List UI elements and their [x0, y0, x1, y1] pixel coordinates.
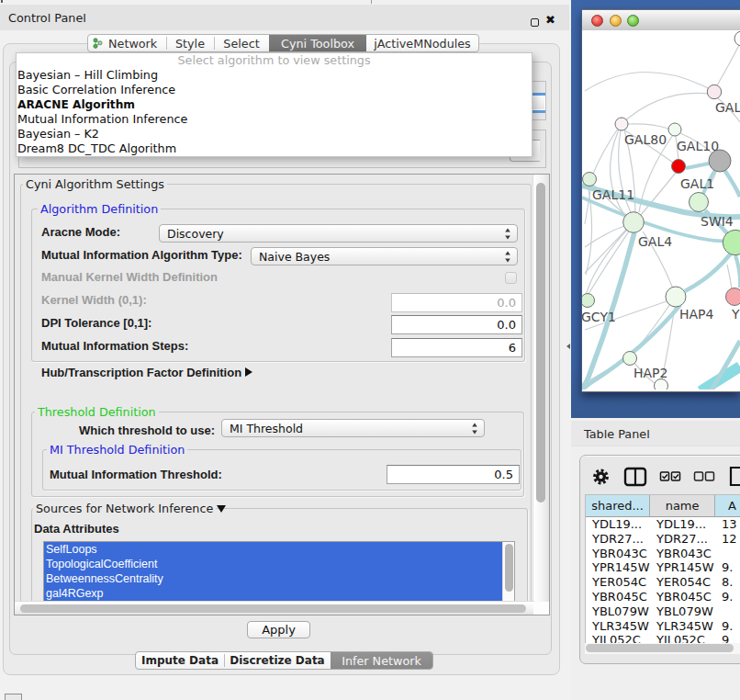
- network-edge[interactable]: [628, 124, 668, 129]
- table-hthumb[interactable]: [586, 644, 734, 652]
- splitpane-collapse-icon[interactable]: [566, 344, 570, 349]
- table-cell[interactable]: YDR27...: [650, 532, 715, 547]
- table-cell[interactable]: [715, 604, 740, 619]
- network-window-titlebar[interactable]: [582, 10, 740, 31]
- table-cell[interactable]: [715, 547, 740, 561]
- document-icon[interactable]: [731, 468, 740, 485]
- table-cell[interactable]: YBR043C: [650, 547, 715, 561]
- checked-columns-icon[interactable]: [661, 472, 680, 480]
- window-close-icon[interactable]: [591, 15, 603, 27]
- tab-discretize-data[interactable]: Discretize Data: [224, 652, 331, 669]
- attributes-list-vthumb[interactable]: [505, 544, 513, 592]
- table-cell[interactable]: YBR045C: [586, 590, 650, 604]
- dropdown-item[interactable]: ARACNE Algorithm: [17, 97, 532, 112]
- dropdown-item[interactable]: Bayesian – K2: [17, 127, 532, 141]
- network-node-gal1[interactable]: [690, 193, 709, 212]
- hidden-panel-toggle[interactable]: [5, 694, 22, 700]
- table-cell[interactable]: YPR145W: [650, 560, 715, 575]
- column-header-a[interactable]: A: [715, 495, 740, 516]
- expand-arrow-icon[interactable]: [245, 367, 252, 377]
- table-cell[interactable]: YDL19...: [586, 517, 650, 532]
- table-cell[interactable]: 9.: [715, 590, 740, 604]
- network-node[interactable]: [672, 160, 686, 174]
- table-cell[interactable]: YER054C: [650, 575, 715, 590]
- attribute-item[interactable]: TopologicalCoefficient: [44, 557, 514, 571]
- table-cell[interactable]: 9.: [715, 560, 740, 575]
- network-edge[interactable]: [727, 265, 732, 288]
- network-heavy-edge[interactable]: [724, 170, 740, 197]
- unchecked-columns-icon[interactable]: [695, 472, 714, 480]
- network-heavy-edge[interactable]: [685, 254, 731, 291]
- close-icon[interactable]: ✖: [545, 13, 558, 28]
- table-cell[interactable]: 8.: [715, 575, 740, 590]
- network-node-gal80[interactable]: [615, 118, 628, 130]
- window-minimize-icon[interactable]: [610, 15, 622, 27]
- network-node[interactable]: [734, 31, 740, 46]
- dropdown-item[interactable]: Dream8 DC_TDC Algorithm: [17, 141, 532, 156]
- network-node-gal[interactable]: [707, 85, 721, 98]
- attribute-item[interactable]: BetweennessCentrality: [44, 571, 514, 586]
- network-edge[interactable]: [593, 129, 618, 174]
- data-attributes-list[interactable]: SelfLoopsTopologicalCoefficientBetweenne…: [43, 541, 515, 602]
- table-cell[interactable]: YPR145W: [586, 560, 650, 575]
- dropdown-item[interactable]: Bayesian – Hill Climbing: [17, 68, 532, 83]
- settings-hscrollbar[interactable]: [15, 601, 534, 615]
- table-row[interactable]: YER054CYER054C8.: [586, 575, 740, 590]
- float-window-icon[interactable]: [531, 18, 539, 27]
- table-row[interactable]: YDR27...YDR27...12: [586, 532, 740, 547]
- table-cell[interactable]: YDL19...: [650, 517, 715, 532]
- attributes-list-vscrollbar[interactable]: [502, 542, 514, 601]
- table-row[interactable]: YLR345WYLR345W9.: [586, 619, 740, 634]
- dropdown-item[interactable]: Basic Correlation Inference: [17, 83, 532, 97]
- settings-hthumb[interactable]: [20, 604, 526, 613]
- network-canvas[interactable]: GALGAL80GAL10GAL1GAL11GAL4SWI4GCY1HAP4YH…: [582, 30, 740, 390]
- network-node-hap4[interactable]: [666, 287, 686, 307]
- node-table[interactable]: shared...nameA YDL19...YDL19...13YDR27..…: [585, 494, 740, 654]
- mi-type-combobox[interactable]: Naive Bayes: [251, 247, 518, 265]
- table-cell[interactable]: 12: [715, 532, 740, 547]
- network-node-hap2[interactable]: [623, 352, 637, 366]
- table-cell[interactable]: YLR345W: [586, 619, 650, 634]
- network-edge[interactable]: [717, 45, 739, 85]
- table-cell[interactable]: YER054C: [586, 575, 650, 590]
- tab-infer-network[interactable]: Infer Network: [331, 652, 432, 669]
- tab-style[interactable]: Style: [166, 35, 214, 51]
- window-zoom-icon[interactable]: [627, 15, 639, 27]
- column-header-name[interactable]: name: [650, 495, 715, 516]
- manual-kernel-checkbox[interactable]: [505, 272, 517, 284]
- dropdown-item[interactable]: Mutual Information Inference: [17, 112, 532, 127]
- network-node[interactable]: [655, 379, 668, 390]
- gear-icon[interactable]: [595, 470, 608, 483]
- table-row[interactable]: YBR045CYBR045C9.: [586, 590, 740, 604]
- network-edge[interactable]: [585, 72, 710, 91]
- tab-jactivemnodules[interactable]: jActiveMNodules: [366, 35, 478, 51]
- tab-cyni-toolbox[interactable]: Cyni Toolbox: [269, 35, 366, 51]
- network-heavy-edge[interactable]: [735, 255, 740, 288]
- table-hscrollbar[interactable]: [585, 643, 740, 654]
- network-node-gal11[interactable]: [583, 173, 597, 186]
- split-columns-icon[interactable]: [625, 469, 645, 485]
- table-row[interactable]: YPR145WYPR145W9.: [586, 560, 740, 575]
- table-cell[interactable]: YLR345W: [650, 619, 715, 634]
- network-heavy-edge[interactable]: [686, 164, 709, 168]
- settings-vthumb[interactable]: [536, 183, 545, 502]
- network-node[interactable]: [709, 150, 731, 172]
- mi-steps-field[interactable]: 6: [391, 338, 522, 357]
- collapse-arrow-icon[interactable]: [217, 505, 226, 513]
- column-header-shared[interactable]: shared...: [586, 495, 650, 516]
- table-cell[interactable]: YDR27...: [586, 532, 650, 547]
- kernel-width-field[interactable]: 0.0: [391, 293, 522, 312]
- network-edge[interactable]: [622, 93, 709, 124]
- tab-network[interactable]: Network: [88, 35, 166, 51]
- network-node-y[interactable]: [726, 288, 740, 306]
- which-threshold-combobox[interactable]: MI Threshold: [221, 419, 485, 437]
- settings-vscrollbar[interactable]: [533, 175, 549, 603]
- attribute-item[interactable]: gal4RGexp: [44, 586, 514, 601]
- table-cell[interactable]: YBR043C: [586, 547, 650, 561]
- table-cell[interactable]: YBL079W: [650, 604, 715, 619]
- network-node-gal10[interactable]: [668, 123, 681, 136]
- attribute-item[interactable]: SelfLoops: [44, 542, 514, 557]
- table-cell[interactable]: YBL079W: [586, 604, 650, 619]
- tab-select[interactable]: Select: [214, 35, 269, 51]
- table-cell[interactable]: 9.: [715, 619, 740, 634]
